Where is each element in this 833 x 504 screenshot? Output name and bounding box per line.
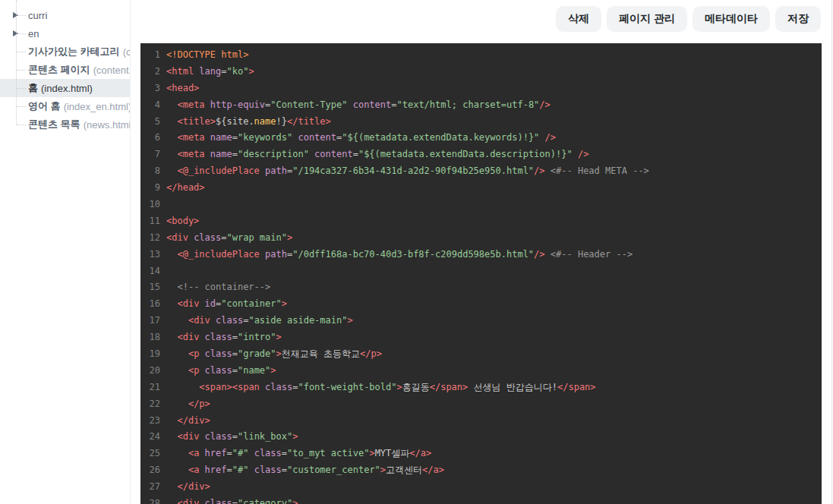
sidebar-item-category-page[interactable]: 기사가있는 카테고리(cate bbox=[0, 43, 130, 61]
line-number: 13 bbox=[140, 247, 160, 263]
code-line[interactable]: 7 <meta name="description" content="${(m… bbox=[140, 146, 822, 163]
sidebar-item-home-page[interactable]: 홈(index.html) bbox=[0, 79, 130, 97]
sidebar-item-curri[interactable]: curri bbox=[0, 6, 130, 24]
code-line[interactable]: 17 <div class="aside aside-main"> bbox=[140, 313, 822, 329]
code-text: <span><span class="font-weight-bold">홍길동… bbox=[160, 380, 596, 396]
code-line[interactable]: 23 </div> bbox=[140, 413, 822, 430]
code-line[interactable]: 3<head> bbox=[140, 80, 822, 97]
expand-arrow-icon[interactable] bbox=[13, 12, 18, 18]
code-line[interactable]: 13 <@_includePlace path="/0dff168a-bc70-… bbox=[140, 247, 822, 263]
code-line[interactable]: 16 <div id="container"> bbox=[140, 296, 822, 313]
code-text: <div class="intro"> bbox=[160, 329, 282, 346]
line-number: 22 bbox=[140, 396, 160, 413]
tree-item-filename: (index.html) bbox=[41, 83, 93, 94]
line-number: 6 bbox=[140, 130, 160, 146]
tree-item-filename: (content.ht bbox=[93, 65, 130, 76]
code-text: <meta name="description" content="${(met… bbox=[160, 146, 588, 163]
code-text: <html lang="ko"> bbox=[160, 64, 254, 80]
code-line[interactable]: 18 <div class="intro"> bbox=[140, 329, 822, 346]
line-number: 24 bbox=[140, 429, 160, 446]
line-number: 25 bbox=[140, 446, 160, 462]
line-number: 1 bbox=[140, 47, 160, 64]
save-button[interactable]: 저장 bbox=[775, 6, 821, 32]
code-text: <body> bbox=[160, 213, 199, 230]
code-line[interactable]: 27 </div> bbox=[140, 479, 822, 496]
code-text: <p class="grade">천재교육 초등학교</p> bbox=[160, 346, 382, 363]
tree-item-label: curri bbox=[28, 10, 47, 21]
line-number: 21 bbox=[140, 380, 160, 396]
code-text: <div class="category"> bbox=[160, 496, 298, 504]
code-text: <a href="#" class="to_myt active">MYT셀파<… bbox=[160, 446, 431, 462]
expand-arrow-icon[interactable] bbox=[13, 30, 18, 36]
line-number: 27 bbox=[140, 479, 160, 496]
line-number: 7 bbox=[140, 146, 160, 163]
line-number: 19 bbox=[140, 346, 160, 363]
tree-connector-line bbox=[17, 88, 26, 89]
line-number: 5 bbox=[140, 114, 160, 131]
delete-button[interactable]: 삭제 bbox=[556, 6, 601, 32]
code-text: <head> bbox=[160, 80, 199, 97]
code-text: <@_includePlace path="/0dff168a-bc70-40d… bbox=[160, 247, 633, 263]
code-text: <@_includePlace path="/194ca327-6b34-431… bbox=[160, 163, 649, 180]
code-text: </div> bbox=[160, 413, 210, 430]
code-line[interactable]: 8 <@_includePlace path="/194ca327-6b34-4… bbox=[140, 163, 822, 180]
sidebar-item-content-list-page[interactable]: 콘텐츠 목록(news.html) bbox=[0, 115, 130, 134]
file-tree: currien기사가있는 카테고리(cate콘텐츠 페이지(content.ht… bbox=[0, 0, 130, 134]
page-manage-button[interactable]: 페이지 관리 bbox=[607, 6, 687, 32]
code-line[interactable]: 24 <div class="link_box"> bbox=[140, 429, 822, 446]
code-text: <p class="name"> bbox=[160, 363, 276, 380]
line-number: 17 bbox=[140, 313, 160, 329]
code-text: <meta name="keywords" content="${(metada… bbox=[160, 130, 556, 146]
code-text: <div class="link_box"> bbox=[160, 429, 298, 446]
code-line[interactable]: 4 <meta http-equiv="Content-Type" conten… bbox=[140, 97, 822, 114]
code-line[interactable]: 10 bbox=[140, 197, 822, 213]
code-text bbox=[160, 197, 166, 213]
code-line[interactable]: 21 <span><span class="font-weight-bold">… bbox=[140, 380, 822, 396]
code-line[interactable]: 15 <!-- container--> bbox=[140, 279, 822, 296]
tree-item-label: en bbox=[28, 28, 39, 39]
sidebar-item-english-home-page[interactable]: 영어 홈(index_en.html) bbox=[0, 97, 130, 115]
code-line[interactable]: 26 <a href="#" class="customer_center">고… bbox=[140, 462, 822, 479]
code-line[interactable]: 6 <meta name="keywords" content="${(meta… bbox=[140, 130, 822, 146]
line-number: 11 bbox=[140, 213, 160, 230]
tree-item-label: 콘텐츠 페이지 bbox=[28, 63, 90, 77]
code-line[interactable]: 20 <p class="name"> bbox=[140, 363, 822, 380]
code-editor[interactable]: 1<!DOCTYPE html>2<html lang="ko">3<head>… bbox=[140, 43, 822, 504]
code-text: <!DOCTYPE html> bbox=[160, 47, 248, 64]
code-text: <meta http-equiv="Content-Type" content=… bbox=[160, 97, 551, 114]
line-number: 4 bbox=[140, 97, 160, 114]
right-divider bbox=[831, 0, 832, 504]
code-line[interactable]: 28 <div class="category"> bbox=[140, 496, 822, 504]
tree-item-label: 홈 bbox=[28, 81, 38, 95]
line-number: 8 bbox=[140, 163, 160, 180]
tree-item-label: 기사가있는 카테고리 bbox=[28, 45, 120, 58]
sidebar-item-en[interactable]: en bbox=[0, 24, 130, 43]
sidebar-item-content-page[interactable]: 콘텐츠 페이지(content.ht bbox=[0, 61, 130, 79]
code-line[interactable]: 19 <p class="grade">천재교육 초등학교</p> bbox=[140, 346, 822, 363]
code-text: </p> bbox=[160, 396, 210, 413]
code-text: </div> bbox=[160, 479, 210, 496]
tree-item-label: 영어 홈 bbox=[28, 99, 61, 113]
code-line[interactable]: 11<body> bbox=[140, 213, 822, 230]
line-number: 28 bbox=[140, 496, 160, 504]
line-number: 20 bbox=[140, 363, 160, 380]
code-line[interactable]: 25 <a href="#" class="to_myt active">MYT… bbox=[140, 446, 822, 462]
line-number: 2 bbox=[140, 64, 160, 80]
line-number: 16 bbox=[140, 296, 160, 313]
code-line[interactable]: 14 bbox=[140, 263, 822, 280]
line-number: 26 bbox=[140, 462, 160, 479]
code-line[interactable]: 12<div class="wrap main"> bbox=[140, 230, 822, 247]
code-text: <div class="wrap main"> bbox=[160, 230, 292, 247]
code-text: </head> bbox=[160, 180, 205, 197]
metadata-button[interactable]: 메타데이타 bbox=[693, 6, 770, 32]
code-line[interactable]: 2<html lang="ko"> bbox=[140, 64, 822, 80]
code-line[interactable]: 22 </p> bbox=[140, 396, 822, 413]
code-line[interactable]: 5 <title>${site.name!}</title> bbox=[140, 114, 822, 131]
code-line[interactable]: 9</head> bbox=[140, 180, 822, 197]
code-text: <title>${site.name!}</title> bbox=[160, 114, 331, 131]
tree-connector-line bbox=[17, 52, 26, 52]
code-text: <div id="container"> bbox=[160, 296, 287, 313]
code-line[interactable]: 1<!DOCTYPE html> bbox=[140, 47, 822, 64]
code-area: 1<!DOCTYPE html>2<html lang="ko">3<head>… bbox=[140, 43, 822, 504]
code-text: <div class="aside aside-main"> bbox=[160, 313, 353, 329]
